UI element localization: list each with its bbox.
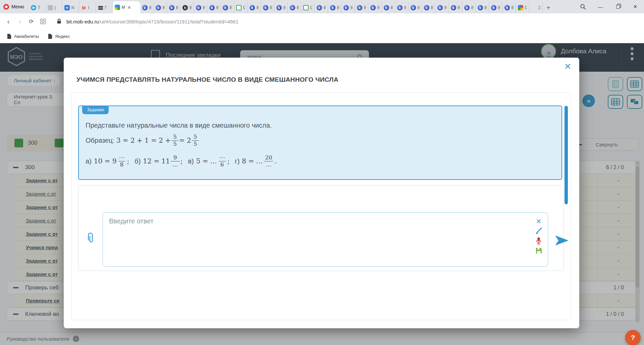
lock-icon <box>56 18 62 25</box>
url-domain: bit.mob-edu.ru <box>66 19 99 24</box>
browser-tab[interactable]: bB <box>395 2 409 13</box>
part-equation: 12 = 11 <box>143 157 170 165</box>
telegram-favicon <box>31 5 36 10</box>
browser-tab[interactable]: bB <box>355 2 368 13</box>
bookmark-item[interactable]: Яндекс <box>48 33 70 39</box>
browser-tab[interactable]: bB <box>315 2 328 13</box>
task-box: Задание Представьте натуральные числа в … <box>78 106 562 180</box>
browser-tab[interactable]: bB <box>261 2 274 13</box>
reload-icon[interactable]: ⟳ <box>25 18 37 25</box>
browser-tab[interactable]: ( <box>46 2 62 13</box>
tab-label: B <box>149 5 151 10</box>
browser-tab[interactable]: Г <box>96 2 113 13</box>
browser-tab[interactable]: bB <box>502 2 516 13</box>
browser-tab[interactable]: bB <box>409 2 422 13</box>
browser-tab[interactable]: NN <box>62 2 79 13</box>
bit-favicon: b <box>317 5 322 10</box>
tab-label: B <box>257 5 259 10</box>
draw-brush-icon[interactable] <box>535 227 542 234</box>
browser-search-icon[interactable] <box>574 0 592 13</box>
tab-label: B <box>337 5 339 10</box>
bookmark-label: Яндекс <box>55 34 70 39</box>
tab-label: C <box>525 5 527 10</box>
modal-close-icon[interactable]: ✕ <box>564 62 571 71</box>
answer-placeholder: Введите ответ <box>109 217 154 225</box>
browser-tab[interactable]: С <box>301 2 315 13</box>
modal-scrollbar-thumb[interactable] <box>565 106 568 204</box>
tab-label: B <box>283 5 285 10</box>
tabs-row: T(NNMIГM✕bBbBbBhBbBbBbBСbBbBbBbBСbBbBbBb… <box>29 0 543 13</box>
browser-tab[interactable]: bB <box>154 2 167 13</box>
bit-favicon: b <box>250 5 255 10</box>
answer-input[interactable]: Введите ответ ✕ <box>103 212 548 267</box>
bit-favicon: b <box>343 5 349 10</box>
browser-tab[interactable]: bB <box>382 2 395 13</box>
browser-tab[interactable]: hB <box>180 2 194 13</box>
minimize-button[interactable]: — <box>592 0 609 13</box>
clear-answer-icon[interactable]: ✕ <box>536 218 542 225</box>
bit-favicon: b <box>491 5 496 10</box>
browser-tab[interactable]: bB <box>462 2 476 13</box>
bit-favicon: b <box>451 5 456 10</box>
browser-tab[interactable]: bB <box>207 2 221 13</box>
task-modal: ✕ УЧИМСЯ ПРЕДСТАВЛЯТЬ НАТУРАЛЬНОЕ ЧИСЛО … <box>64 58 579 328</box>
part-separator: ; <box>127 157 129 165</box>
bit-favicon: b <box>384 5 389 10</box>
browser-tab[interactable]: С <box>234 2 248 13</box>
browser-tab[interactable]: bB <box>328 2 341 13</box>
part-fraction: 9… <box>171 154 180 168</box>
browser-tab[interactable]: bB <box>489 2 502 13</box>
browser-tab[interactable]: bB <box>274 2 288 13</box>
new-tab-button[interactable]: + <box>543 2 554 13</box>
grid-favicon <box>531 5 537 10</box>
tab-label: B <box>216 5 218 10</box>
browser-tab[interactable]: bB <box>435 2 449 13</box>
browser-tab[interactable]: bB <box>167 2 180 13</box>
tab-label: B <box>176 5 178 10</box>
browser-tab[interactable]: T <box>29 2 46 13</box>
browser-tab[interactable]: bB <box>194 2 207 13</box>
part-label: г) <box>235 157 239 165</box>
url-field[interactable]: bit.mob-edu.ru/ui/#/course/398/topic/471… <box>56 18 238 25</box>
browser-tab[interactable]: bB <box>221 2 234 13</box>
part-separator: . <box>275 157 277 165</box>
modal-title: УЧИМСЯ ПРЕДСТАВЛЯТЬ НАТУРАЛЬНОЕ ЧИСЛО В … <box>76 76 556 83</box>
tab-label: Э <box>538 5 540 10</box>
bit-favicon: b <box>263 5 268 10</box>
browser-tab[interactable]: MI <box>79 2 96 13</box>
restore-button[interactable] <box>609 0 627 13</box>
browser-tab[interactable]: bB <box>288 2 301 13</box>
bookmarks-bar: АвиабилетыЯндекс <box>0 29 644 43</box>
bookmark-item[interactable]: Авиабилеты <box>7 33 39 39</box>
bit-favicon: b <box>196 5 201 10</box>
browser-tab[interactable]: bB <box>422 2 435 13</box>
sample-eq-start: 3 = 2 + 1 = 2 + <box>116 136 171 144</box>
browser-tab[interactable]: Э <box>529 2 543 13</box>
microphone-icon[interactable] <box>535 237 542 245</box>
browser-tab[interactable]: C <box>516 2 529 13</box>
opera-menu-button[interactable]: Меню <box>0 0 29 13</box>
tab-tiling-icon[interactable] <box>40 19 46 24</box>
part-label: а) <box>86 157 92 165</box>
bit-favicon: b <box>209 5 215 10</box>
help-fab-button[interactable]: ? <box>625 330 641 345</box>
task-sample-line: Образец: 3 = 2 + 1 = 2 + 55 = 2 55 <box>86 131 561 149</box>
back-icon[interactable]: ‹ <box>3 17 14 25</box>
browser-tab[interactable]: bB <box>341 2 355 13</box>
part-label: б) <box>135 157 141 165</box>
bit-favicon: b <box>169 5 174 10</box>
browser-tab[interactable]: bB <box>248 2 261 13</box>
bit-favicon: b <box>397 5 402 10</box>
close-window-button[interactable]: ✕ <box>627 0 644 13</box>
browser-tab[interactable]: bB <box>449 2 462 13</box>
save-floppy-icon[interactable] <box>535 247 542 254</box>
send-answer-icon[interactable] <box>554 234 569 247</box>
browser-tab[interactable]: bB <box>140 2 154 13</box>
forward-icon[interactable]: › <box>14 17 25 25</box>
browser-tab[interactable]: bB <box>476 2 489 13</box>
browser-tab[interactable]: bB <box>368 2 382 13</box>
tab-label: B <box>230 5 232 10</box>
tab-close-icon[interactable]: ✕ <box>127 5 131 10</box>
attach-paperclip-icon[interactable] <box>86 232 95 245</box>
browser-tab[interactable]: M✕ <box>113 1 140 13</box>
